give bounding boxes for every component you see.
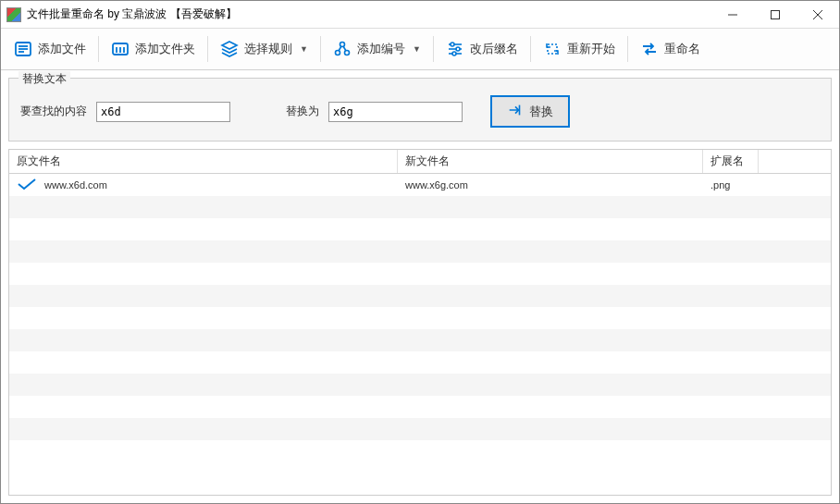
restart-label: 重新开始 (567, 41, 615, 57)
empty-row (9, 307, 831, 329)
minimize-icon (728, 10, 737, 19)
svg-rect-23 (548, 44, 557, 54)
svg-point-22 (452, 52, 456, 55)
maximize-button[interactable] (754, 1, 797, 28)
table-header: 原文件名 新文件名 扩展名 (9, 150, 831, 174)
app-icon (6, 7, 21, 22)
add-number-label: 添加编号 (357, 41, 405, 57)
replace-button-label: 替换 (529, 104, 553, 120)
minimize-button[interactable] (711, 1, 754, 28)
add-folder-label: 添加文件夹 (135, 41, 195, 57)
replace-panel-title: 替换文本 (19, 71, 70, 87)
replace-panel: 替换文本 要查找的内容 替换为 替换 (8, 78, 832, 141)
folder-icon (111, 40, 130, 58)
empty-row (9, 329, 831, 351)
header-new[interactable]: 新文件名 (398, 150, 703, 173)
empty-row (9, 351, 831, 374)
add-number-button[interactable]: 添加编号 ▼ (326, 35, 428, 63)
select-rule-label: 选择规则 (244, 41, 292, 57)
empty-row (9, 285, 831, 307)
cell-original: www.x6d.com (44, 179, 107, 191)
cell-new: www.x6g.com (405, 179, 468, 191)
close-icon (813, 10, 822, 19)
empty-row (9, 440, 831, 462)
file-table: 原文件名 新文件名 扩展名 www.x6d.com www.x6g.com .p… (8, 149, 832, 496)
svg-line-15 (339, 46, 341, 51)
add-folder-button[interactable]: 添加文件夹 (104, 35, 203, 63)
empty-row (9, 196, 831, 218)
empty-row (9, 374, 831, 396)
separator (530, 36, 531, 62)
replace-button[interactable]: 替换 (490, 95, 570, 128)
close-button[interactable] (797, 1, 839, 28)
header-ext[interactable]: 扩展名 (703, 150, 759, 173)
separator (98, 36, 99, 62)
separator (627, 36, 628, 62)
find-label: 要查找的内容 (20, 104, 87, 119)
rename-button[interactable]: 重命名 (633, 35, 708, 63)
toolbar: 添加文件 添加文件夹 选择规则 ▼ 添加编号 ▼ 改后缀名 重新开始 (1, 29, 839, 70)
replace-icon (507, 102, 524, 121)
find-input[interactable] (96, 102, 230, 122)
empty-row (9, 240, 831, 263)
chevron-down-icon: ▼ (413, 44, 421, 54)
table-row[interactable]: www.x6d.com www.x6g.com .png (9, 174, 831, 196)
swap-icon (640, 40, 659, 58)
nodes-icon (333, 40, 352, 58)
separator (207, 36, 208, 62)
chevron-down-icon: ▼ (300, 44, 308, 54)
empty-row (9, 218, 831, 240)
restart-icon (543, 40, 562, 58)
maximize-icon (771, 10, 780, 19)
svg-point-20 (456, 47, 460, 51)
svg-point-18 (451, 43, 454, 46)
separator (433, 36, 434, 62)
layers-icon (220, 40, 239, 58)
rename-label: 重命名 (664, 41, 700, 57)
change-suffix-label: 改后缀名 (470, 41, 518, 57)
replace-label: 替换为 (286, 104, 319, 119)
separator (320, 36, 321, 62)
restart-button[interactable]: 重新开始 (536, 35, 623, 63)
change-suffix-button[interactable]: 改后缀名 (439, 35, 525, 63)
svg-line-16 (343, 46, 346, 51)
empty-row (9, 263, 831, 285)
titlebar: 文件批量重命名 by 宝鼎波波 【吾爱破解】 (1, 1, 839, 29)
window-controls (711, 1, 839, 28)
sliders-icon (446, 40, 464, 58)
svg-rect-1 (772, 10, 780, 18)
table-body: www.x6d.com www.x6g.com .png (9, 174, 831, 495)
select-rule-button[interactable]: 选择规则 ▼ (213, 35, 315, 63)
header-original[interactable]: 原文件名 (9, 150, 398, 173)
empty-row (9, 418, 831, 440)
empty-row (9, 396, 831, 418)
cell-ext: .png (710, 179, 730, 191)
add-file-label: 添加文件 (38, 41, 86, 57)
replace-input[interactable] (328, 102, 463, 122)
check-icon (17, 177, 37, 193)
window-title: 文件批量重命名 by 宝鼎波波 【吾爱破解】 (27, 6, 711, 22)
add-file-button[interactable]: 添加文件 (6, 35, 93, 63)
file-icon (14, 40, 32, 58)
